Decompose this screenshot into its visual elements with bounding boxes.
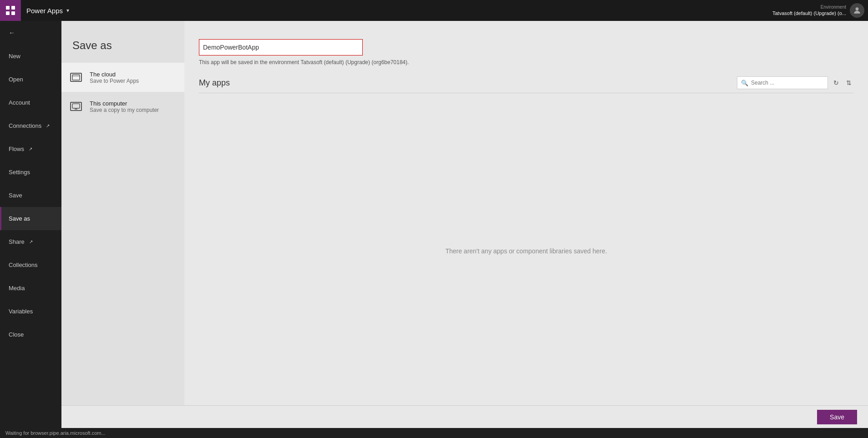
sidebar-item-variables[interactable]: Variables	[0, 300, 61, 323]
avatar[interactable]	[850, 3, 864, 18]
svg-rect-2	[6, 11, 10, 15]
sidebar-item-account-label: Account	[9, 99, 30, 106]
statusbar: Waiting for browser.pipe.aria.microsoft.…	[0, 428, 868, 438]
sidebar-item-open[interactable]: Open	[0, 68, 61, 91]
saveas-option-computer-title: This computer	[90, 100, 159, 107]
refresh-button[interactable]: ↻	[832, 78, 841, 87]
saveas-title: Save as	[61, 39, 184, 52]
app-name-input[interactable]	[199, 39, 363, 55]
saveas-option-computer-text: This computer Save a copy to my computer	[90, 100, 159, 113]
sidebar-item-connections[interactable]: Connections ↗	[0, 114, 61, 137]
bottom-bar: Save	[61, 405, 868, 428]
saveas-option-computer[interactable]: This computer Save a copy to my computer	[61, 92, 184, 121]
svg-rect-0	[6, 6, 10, 10]
search-box[interactable]: 🔍	[737, 76, 828, 89]
computer-icon	[69, 99, 83, 114]
myapps-title: My apps	[199, 78, 230, 88]
env-label: Environment	[772, 4, 846, 10]
back-icon: ←	[9, 29, 15, 36]
saveas-option-computer-subtitle: Save a copy to my computer	[90, 107, 159, 113]
saveas-option-cloud-title: The cloud	[90, 71, 139, 78]
topbar-right: Environment Tatvasoft (default) (Upgrade…	[772, 3, 868, 18]
sidebar-item-back[interactable]: ←	[0, 21, 61, 45]
sidebar-item-collections-label: Collections	[9, 262, 38, 268]
sidebar-item-media-label: Media	[9, 285, 25, 292]
sidebar-item-close[interactable]: Close	[0, 323, 61, 346]
myapps-header: My apps 🔍 ↻ ⇅	[199, 76, 853, 93]
waffle-icon[interactable]	[0, 0, 21, 21]
svg-rect-5	[72, 75, 80, 80]
external-link-icon-share: ↗	[29, 239, 33, 244]
sidebar-item-variables-label: Variables	[9, 308, 33, 315]
svg-rect-1	[11, 6, 15, 10]
main-layout: ← New Open Account Connections ↗ Flows ↗…	[0, 21, 868, 428]
sidebar-item-saveas[interactable]: Save as	[0, 207, 61, 230]
search-input[interactable]	[751, 80, 824, 86]
sidebar-item-close-label: Close	[9, 331, 24, 338]
sidebar-item-new-label: New	[9, 53, 20, 60]
saveas-panel: Save as The cloud Save to Power Apps	[61, 21, 868, 405]
environment-info: Environment Tatvasoft (default) (Upgrade…	[772, 4, 846, 16]
sidebar-item-media[interactable]: Media	[0, 277, 61, 300]
cloud-icon	[69, 70, 83, 85]
sidebar-item-save-label: Save	[9, 192, 22, 199]
sidebar-item-settings[interactable]: Settings	[0, 161, 61, 184]
myapps-controls: 🔍 ↻ ⇅	[737, 76, 853, 89]
sidebar-item-settings-label: Settings	[9, 169, 30, 176]
sidebar: ← New Open Account Connections ↗ Flows ↗…	[0, 21, 61, 428]
env-note: This app will be saved in the environmen…	[199, 59, 853, 65]
sidebar-item-save[interactable]: Save	[0, 184, 61, 207]
topbar: Power Apps ▾ Environment Tatvasoft (defa…	[0, 0, 868, 21]
save-button[interactable]: Save	[817, 410, 857, 424]
topbar-chevron-icon[interactable]: ▾	[66, 7, 69, 14]
sidebar-item-saveas-label: Save as	[9, 215, 30, 222]
svg-rect-7	[72, 104, 80, 108]
sidebar-item-account[interactable]: Account	[0, 91, 61, 114]
content-area: Save as The cloud Save to Power Apps	[61, 21, 868, 428]
topbar-title: Power Apps	[21, 7, 66, 15]
saveas-left: Save as The cloud Save to Power Apps	[61, 21, 184, 405]
sidebar-item-flows-label: Flows	[9, 146, 24, 152]
sidebar-item-flows[interactable]: Flows ↗	[0, 137, 61, 161]
sidebar-item-new[interactable]: New	[0, 45, 61, 68]
saveas-option-cloud[interactable]: The cloud Save to Power Apps	[61, 63, 184, 92]
topbar-left: Power Apps ▾	[0, 0, 69, 21]
search-icon: 🔍	[741, 80, 748, 86]
statusbar-text: Waiting for browser.pipe.aria.microsoft.…	[5, 430, 106, 436]
svg-point-4	[856, 7, 859, 10]
sidebar-item-open-label: Open	[9, 76, 23, 83]
sidebar-item-share[interactable]: Share ↗	[0, 230, 61, 253]
saveas-right: This app will be saved in the environmen…	[184, 21, 868, 405]
external-link-icon: ↗	[46, 123, 50, 128]
empty-apps-message: There aren't any apps or component libra…	[199, 97, 853, 405]
myapps-section: My apps 🔍 ↻ ⇅ There aren't any apps or c…	[199, 76, 853, 405]
sidebar-item-share-label: Share	[9, 238, 25, 245]
env-name: Tatvasoft (default) (Upgrade) (o...	[772, 10, 846, 16]
sort-button[interactable]: ⇅	[844, 78, 853, 87]
saveas-option-cloud-text: The cloud Save to Power Apps	[90, 71, 139, 84]
external-link-icon-flows: ↗	[29, 146, 32, 151]
saveas-option-cloud-subtitle: Save to Power Apps	[90, 78, 139, 84]
sidebar-item-connections-label: Connections	[9, 122, 41, 129]
svg-rect-3	[11, 11, 15, 15]
sidebar-item-collections[interactable]: Collections	[0, 253, 61, 277]
